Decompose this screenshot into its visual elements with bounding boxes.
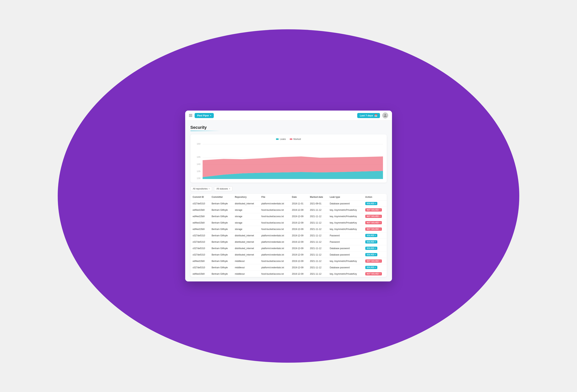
cell-commit-id: c027de5310 [190,200,210,207]
action-badge[interactable]: SOLVED ▾ [365,234,377,237]
cell-committer: Bertram Gilfoyle [210,232,233,239]
chevron-down-icon: ▾ [375,235,376,236]
cell-leak-type: Database password [327,264,363,271]
table-row: edf4ed15b9Bertram Gilfoylestoragefood-bu… [190,226,387,232]
page-title: Security [190,125,387,130]
cell-file: platform/credentials.txt [259,245,289,251]
repositories-filter[interactable]: All repositories ▾ [190,186,212,191]
cell-commit-id: edf4ed15b9 [190,207,210,213]
table-row: edf4ed15b9Bertram Gilfoylestoragefood-bu… [190,213,387,220]
cell-action: SOLVED ▾ [363,251,387,258]
action-badge[interactable]: SOLVED ▾ [365,202,377,205]
app-window: Pied Piper ▾ Last 7 days 📅 Security Leak… [185,110,392,282]
action-badge[interactable]: SOLVED ▾ [365,266,377,269]
cell-leak-type: key, AsymmetricPrivateKey [327,207,363,213]
filter-bar: All repositories ▾ All statuses ▾ [190,186,387,191]
col-leak-type: Leak type [327,194,363,200]
statuses-filter[interactable]: All statuses ▾ [214,186,232,191]
action-badge[interactable]: NOT SOLVED ▾ [365,208,382,212]
cell-file: food-bucket/access.txt [259,207,289,213]
cell-file: food-bucket/access.txt [259,271,289,277]
chart-area: 130 135 140 145 160 0 [194,142,383,181]
action-badge[interactable]: NOT SOLVED ▾ [365,227,382,231]
cell-commit-id: edf4ed15b9 [190,220,210,226]
table-row: edf4ed15b9Bertram Gilfoylemiddleoutfood-… [190,258,387,264]
cell-file: food-bucket/access.txt [259,258,289,264]
cell-action: NOT SOLVED ▾ [363,258,387,264]
table-body: c027de5310Bertram Gilfoyledistributed_in… [190,200,387,277]
cell-committer: Bertram Gilfoyle [210,200,233,207]
cell-repository: distributed_internet [233,232,259,239]
table-row: c027de5310Bertram Gilfoyledistributed_in… [190,251,387,258]
cell-marked-date: 2021-11-12 [308,239,327,245]
cell-file: food-bucket/access.txt [259,220,289,226]
action-badge[interactable]: SOLVED ▾ [365,240,377,244]
cell-repository: distributed_internet [233,245,259,251]
chevron-down-icon: ▾ [375,241,376,243]
date-range-button[interactable]: Last 7 days 📅 [357,113,380,118]
cell-committer: Bertram Gilfoyle [210,258,233,264]
svg-text:140: 140 [196,163,200,165]
chevron-down-icon: ▾ [375,254,376,255]
title-underline [190,131,220,131]
cell-marked-date: 2021-11-12 [308,245,327,251]
cell-file: food-bucket/access.txt [259,226,289,232]
action-badge[interactable]: SOLVED ▾ [365,253,377,256]
user-avatar[interactable] [382,112,388,118]
action-badge[interactable]: NOT SOLVED ▾ [365,215,382,218]
action-badge[interactable]: SOLVED ▾ [365,247,377,250]
cell-date: 2019-12-09 [290,258,308,264]
cell-repository: storage [233,213,259,220]
cell-leak-type: Password [327,232,363,239]
table-header: Commit ID Committer Repository File Date… [190,194,387,200]
chart-svg: 130 135 140 145 160 0 [194,142,383,180]
chevron-down-icon: ▾ [375,203,376,204]
chevron-down-icon: ▾ [375,248,376,249]
cell-leak-type: Database password [327,251,363,258]
cell-marked-date: 2021-11-12 [308,213,327,220]
cell-date: 2018-11-01 [290,200,308,207]
cell-commit-id: c027de5310 [190,264,210,271]
data-table: Commit ID Committer Repository File Date… [190,194,387,277]
cell-committer: Bertram Gilfoyle [210,245,233,251]
cell-committer: Bertram Gilfoyle [210,226,233,232]
table-row: edf4ed15b9Bertram Gilfoylestoragefood-bu… [190,207,387,213]
user-icon [384,114,387,117]
org-selector[interactable]: Pied Piper ▾ [195,113,214,118]
legend-leaks: Leaks [276,138,286,141]
action-badge[interactable]: NOT SOLVED ▾ [365,272,382,275]
col-file: File [259,194,289,200]
org-name: Pied Piper [197,114,209,117]
cell-action: NOT SOLVED ▾ [363,226,387,232]
cell-commit-id: c027de5310 [190,232,210,239]
cell-date: 2019-12-09 [290,207,308,213]
date-label: Last 7 days [360,114,373,117]
table-row: c027de5310Bertram Gilfoyledistributed_in… [190,239,387,245]
chevron-down-icon: ▾ [209,188,210,190]
cell-marked-date: 2021-11-12 [308,264,327,271]
cell-action: SOLVED ▾ [363,245,387,251]
chevron-down-icon: ▾ [375,267,376,268]
col-marked-date: Marked date [308,194,327,200]
marked-dot [290,138,292,140]
cell-commit-id: edf4ed15b9 [190,258,210,264]
svg-text:130: 130 [196,177,200,179]
cell-leak-type: key, AsymmetricPrivateKey [327,220,363,226]
cell-date: 2019-12-09 [290,232,308,239]
action-badge[interactable]: NOT SOLVED ▾ [365,221,382,224]
menu-icon[interactable] [189,114,192,117]
cell-commit-id: edf4ed15b9 [190,213,210,220]
cell-repository: storage [233,220,259,226]
cell-file: platform/credentials.txt [259,232,289,239]
chevron-down-icon: ▾ [380,215,380,217]
cell-marked-date: 2021-11-12 [308,226,327,232]
cell-file: food-bucket/access.txt [259,213,289,220]
cell-date: 2019-12-09 [290,245,308,251]
cell-repository: storage [233,226,259,232]
cell-marked-date: 2021-11-12 [308,220,327,226]
leaks-label: Leaks [280,138,286,141]
col-repository: Repository [233,194,259,200]
action-badge[interactable]: NOT SOLVED ▾ [365,259,382,263]
cell-action: SOLVED ▾ [363,200,387,207]
chevron-down-icon: ▾ [380,209,380,211]
